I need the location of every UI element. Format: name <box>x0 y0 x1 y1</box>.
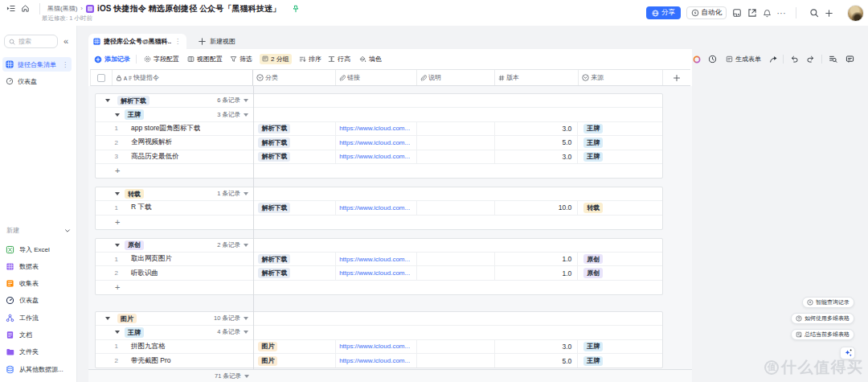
cell-version[interactable]: 10.0 <box>495 201 579 214</box>
share-button[interactable]: 分享 <box>646 6 681 19</box>
cell-version[interactable]: 3.0 <box>495 150 579 163</box>
cell-category[interactable]: 解析下载 <box>253 136 336 149</box>
redo-icon[interactable] <box>806 49 815 69</box>
sidebar-new-item[interactable]: 文件夹 <box>3 345 76 359</box>
cell-note[interactable] <box>417 266 495 279</box>
add-record-button[interactable]: 添加记录 <box>94 49 130 69</box>
sidebar-new-item[interactable]: 导入 Excel <box>3 242 76 257</box>
sort-button[interactable]: 排序 <box>299 49 321 69</box>
group-record-count[interactable]: 1 条记录 <box>217 190 248 198</box>
tab-more-icon[interactable]: ⋮ <box>174 38 181 45</box>
breadcrumb[interactable]: 黑猫(黑猫) <box>47 4 77 13</box>
generate-form-button[interactable]: 生成表单 <box>726 49 761 69</box>
cell-version[interactable]: 5.0 <box>495 136 579 149</box>
collapse-group-icon[interactable] <box>115 192 120 195</box>
column-header-add[interactable] <box>663 70 690 85</box>
sidebar-new-item[interactable]: 数据表 <box>3 259 76 273</box>
sidebar-section-new[interactable]: 新建 <box>6 226 71 235</box>
ai-assistant-button[interactable] <box>840 347 855 359</box>
add-record-row[interactable]: + <box>96 164 662 178</box>
more-menu-icon[interactable]: ··· <box>777 9 787 18</box>
fill-color-button[interactable]: 填色 <box>359 49 382 69</box>
create-new-icon[interactable] <box>825 9 833 18</box>
cell-note[interactable] <box>417 150 495 163</box>
cell-category[interactable]: 解析下载 <box>253 266 336 279</box>
cell-link[interactable]: https://www.icloud.com... <box>336 354 417 368</box>
cell-name[interactable]: 2全网视频解析 <box>96 136 253 149</box>
record-link[interactable]: https://www.icloud.com... <box>339 125 410 132</box>
item-more-icon[interactable]: ⋮ <box>62 61 68 68</box>
record-count[interactable]: 71 条记录 <box>215 370 249 382</box>
column-header-快捷指令[interactable]: A快捷指令 <box>113 70 253 85</box>
avatar[interactable] <box>847 5 864 22</box>
group-record-count[interactable]: 3 条记录 <box>217 111 248 119</box>
cell-link[interactable]: https://www.icloud.com... <box>336 136 417 149</box>
share-space-icon[interactable] <box>747 8 757 18</box>
comment-icon[interactable] <box>845 49 854 69</box>
cell-link[interactable]: https://www.icloud.com... <box>336 266 417 279</box>
history-icon[interactable] <box>708 49 717 69</box>
assistant-pill[interactable]: 如何使用多维表格 <box>791 313 854 324</box>
collapse-group-icon[interactable] <box>115 244 120 247</box>
cell-version[interactable]: 1.0 <box>495 266 579 279</box>
row-number[interactable]: 1 <box>96 343 118 350</box>
sidebar-new-item[interactable]: 从其他数据源... <box>3 362 76 376</box>
tab-active-view[interactable]: 捷径库公众号@黑猫科... ⋮ <box>88 34 186 49</box>
sidebar-item-table-list[interactable]: 捷径合集清单⋮ <box>2 57 72 72</box>
cell-source[interactable]: 王牌 <box>578 354 662 368</box>
filter-button[interactable]: 筛选 <box>230 49 252 69</box>
table-row[interactable]: 2全网视频解析解析下载https://www.icloud.com...5.0王… <box>96 136 662 150</box>
search-input[interactable]: 搜索 <box>4 35 58 48</box>
cell-version[interactable]: 3.0 <box>495 122 579 135</box>
search-in-table-icon[interactable] <box>829 49 837 69</box>
column-header-checkbox[interactable] <box>91 70 113 85</box>
sidebar-new-item[interactable]: 文档 <box>3 328 76 343</box>
table-row[interactable]: 2听歌识曲解析下载https://www.icloud.com...1.0原创 <box>96 266 662 280</box>
collapse-group-icon[interactable] <box>115 331 120 334</box>
group-header-解析下载[interactable]: 解析下载6 条记录 <box>96 94 662 108</box>
collapse-sidebar-icon[interactable]: « <box>63 36 68 47</box>
share-view-icon[interactable] <box>769 49 778 69</box>
cell-note[interactable] <box>417 253 495 265</box>
table-row[interactable]: 1拼图九宫格图片https://www.icloud.com...3.0王牌 <box>96 340 662 354</box>
group-record-count[interactable]: 4 条记录 <box>217 328 248 336</box>
record-link[interactable]: https://www.icloud.com... <box>339 256 410 263</box>
new-view-button[interactable]: 新建视图 <box>198 34 235 49</box>
group-header-王牌[interactable]: 王牌4 条记录 <box>96 326 662 339</box>
group-header-原创[interactable]: 原创2 条记录 <box>96 239 662 253</box>
collapse-group-icon[interactable] <box>115 113 120 117</box>
cell-source[interactable]: 王牌 <box>578 150 662 163</box>
column-header-链接[interactable]: 链接 <box>336 70 417 85</box>
cell-category[interactable]: 图片 <box>253 354 336 368</box>
collapse-group-icon[interactable] <box>105 99 110 102</box>
sidebar-toggle-icon[interactable] <box>6 4 15 13</box>
record-link[interactable]: https://www.icloud.com... <box>339 153 410 160</box>
collapse-group-icon[interactable] <box>105 317 110 320</box>
record-link[interactable]: https://www.icloud.com... <box>339 269 410 277</box>
cell-category[interactable]: 解析下载 <box>253 150 336 163</box>
undo-icon[interactable] <box>790 49 799 69</box>
cell-note[interactable] <box>417 136 495 149</box>
add-record-row[interactable]: + <box>96 281 662 294</box>
automation-button[interactable]: 自动化 <box>686 6 727 19</box>
table-row[interactable]: 3商品历史最低价解析下载https://www.icloud.com...3.0… <box>96 150 662 164</box>
cell-name[interactable]: 1取出网页图片 <box>96 253 253 265</box>
table-row[interactable]: 2带壳截图 Pro图片https://www.icloud.com...5.0王… <box>96 354 662 368</box>
add-record-row[interactable]: + <box>96 216 662 229</box>
row-number[interactable]: 1 <box>96 204 118 212</box>
sidebar-new-item[interactable]: 工作流 <box>3 310 76 325</box>
field-config-button[interactable]: 字段配置 <box>144 49 179 69</box>
home-icon[interactable] <box>21 4 30 13</box>
row-number[interactable]: 2 <box>96 357 118 364</box>
cell-note[interactable] <box>417 340 495 353</box>
cell-link[interactable]: https://www.icloud.com... <box>336 150 417 163</box>
record-link[interactable]: https://www.icloud.com... <box>339 343 410 350</box>
group-record-count[interactable]: 10 条记录 <box>214 314 248 322</box>
cell-note[interactable] <box>417 122 495 135</box>
cell-version[interactable]: 1.0 <box>495 253 579 265</box>
row-height-button[interactable]: 行高 <box>328 49 350 69</box>
sidebar-item-dashboard[interactable]: 仪表盘 <box>2 74 72 88</box>
group-button[interactable]: 2 分组 <box>260 54 292 65</box>
group-record-count[interactable]: 2 条记录 <box>217 241 248 249</box>
view-config-button[interactable]: 视图配置 <box>187 49 223 69</box>
